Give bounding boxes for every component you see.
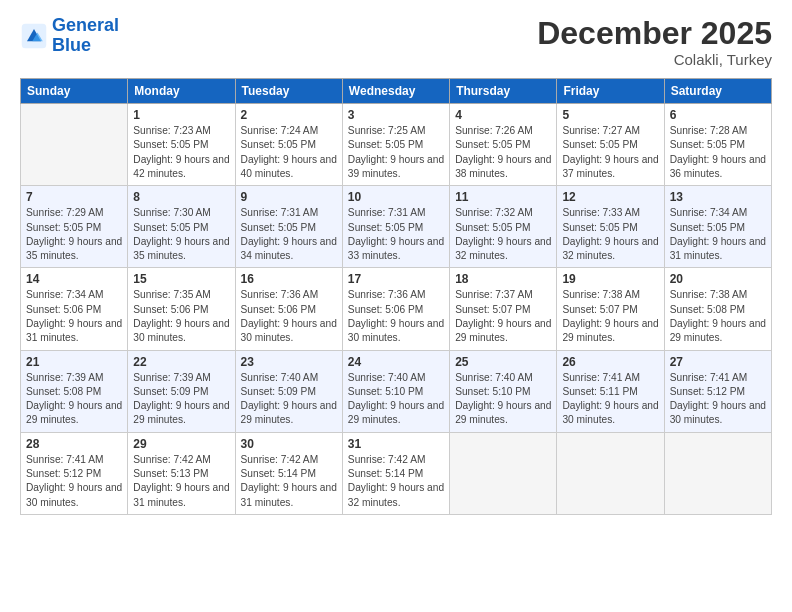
day-number: 12	[562, 190, 658, 204]
day-cell: 11 Sunrise: 7:32 AM Sunset: 5:05 PM Dayl…	[450, 186, 557, 268]
day-cell: 24 Sunrise: 7:40 AM Sunset: 5:10 PM Dayl…	[342, 350, 449, 432]
day-info: Sunrise: 7:29 AM Sunset: 5:05 PM Dayligh…	[26, 206, 122, 263]
day-number: 22	[133, 355, 229, 369]
day-info: Sunrise: 7:41 AM Sunset: 5:11 PM Dayligh…	[562, 371, 658, 428]
day-number: 13	[670, 190, 766, 204]
logo-general: General	[52, 15, 119, 35]
day-info: Sunrise: 7:23 AM Sunset: 5:05 PM Dayligh…	[133, 124, 229, 181]
day-info: Sunrise: 7:34 AM Sunset: 5:06 PM Dayligh…	[26, 288, 122, 345]
logo-icon	[20, 22, 48, 50]
day-info: Sunrise: 7:27 AM Sunset: 5:05 PM Dayligh…	[562, 124, 658, 181]
day-cell: 25 Sunrise: 7:40 AM Sunset: 5:10 PM Dayl…	[450, 350, 557, 432]
title-block: December 2025 Colakli, Turkey	[537, 16, 772, 68]
day-number: 18	[455, 272, 551, 286]
day-info: Sunrise: 7:39 AM Sunset: 5:08 PM Dayligh…	[26, 371, 122, 428]
day-number: 9	[241, 190, 337, 204]
day-cell: 9 Sunrise: 7:31 AM Sunset: 5:05 PM Dayli…	[235, 186, 342, 268]
subtitle: Colakli, Turkey	[537, 51, 772, 68]
day-info: Sunrise: 7:36 AM Sunset: 5:06 PM Dayligh…	[241, 288, 337, 345]
day-info: Sunrise: 7:25 AM Sunset: 5:05 PM Dayligh…	[348, 124, 444, 181]
weekday-header-row: SundayMondayTuesdayWednesdayThursdayFrid…	[21, 79, 772, 104]
day-cell	[21, 104, 128, 186]
day-number: 7	[26, 190, 122, 204]
day-number: 26	[562, 355, 658, 369]
day-cell: 17 Sunrise: 7:36 AM Sunset: 5:06 PM Dayl…	[342, 268, 449, 350]
week-row-4: 21 Sunrise: 7:39 AM Sunset: 5:08 PM Dayl…	[21, 350, 772, 432]
day-cell: 8 Sunrise: 7:30 AM Sunset: 5:05 PM Dayli…	[128, 186, 235, 268]
day-cell: 26 Sunrise: 7:41 AM Sunset: 5:11 PM Dayl…	[557, 350, 664, 432]
day-cell: 18 Sunrise: 7:37 AM Sunset: 5:07 PM Dayl…	[450, 268, 557, 350]
day-number: 4	[455, 108, 551, 122]
day-cell: 22 Sunrise: 7:39 AM Sunset: 5:09 PM Dayl…	[128, 350, 235, 432]
day-info: Sunrise: 7:28 AM Sunset: 5:05 PM Dayligh…	[670, 124, 766, 181]
day-number: 29	[133, 437, 229, 451]
day-number: 31	[348, 437, 444, 451]
day-info: Sunrise: 7:24 AM Sunset: 5:05 PM Dayligh…	[241, 124, 337, 181]
day-cell: 23 Sunrise: 7:40 AM Sunset: 5:09 PM Dayl…	[235, 350, 342, 432]
logo: General Blue	[20, 16, 119, 56]
day-info: Sunrise: 7:42 AM Sunset: 5:14 PM Dayligh…	[348, 453, 444, 510]
header: General Blue December 2025 Colakli, Turk…	[20, 16, 772, 68]
day-cell: 13 Sunrise: 7:34 AM Sunset: 5:05 PM Dayl…	[664, 186, 771, 268]
day-cell	[664, 432, 771, 514]
week-row-2: 7 Sunrise: 7:29 AM Sunset: 5:05 PM Dayli…	[21, 186, 772, 268]
day-cell: 12 Sunrise: 7:33 AM Sunset: 5:05 PM Dayl…	[557, 186, 664, 268]
day-number: 19	[562, 272, 658, 286]
day-number: 28	[26, 437, 122, 451]
day-number: 17	[348, 272, 444, 286]
day-number: 16	[241, 272, 337, 286]
day-info: Sunrise: 7:40 AM Sunset: 5:10 PM Dayligh…	[455, 371, 551, 428]
day-cell: 19 Sunrise: 7:38 AM Sunset: 5:07 PM Dayl…	[557, 268, 664, 350]
day-cell: 30 Sunrise: 7:42 AM Sunset: 5:14 PM Dayl…	[235, 432, 342, 514]
week-row-1: 1 Sunrise: 7:23 AM Sunset: 5:05 PM Dayli…	[21, 104, 772, 186]
calendar-table: SundayMondayTuesdayWednesdayThursdayFrid…	[20, 78, 772, 515]
day-cell	[450, 432, 557, 514]
day-info: Sunrise: 7:34 AM Sunset: 5:05 PM Dayligh…	[670, 206, 766, 263]
day-number: 24	[348, 355, 444, 369]
day-info: Sunrise: 7:41 AM Sunset: 5:12 PM Dayligh…	[26, 453, 122, 510]
day-number: 6	[670, 108, 766, 122]
week-row-3: 14 Sunrise: 7:34 AM Sunset: 5:06 PM Dayl…	[21, 268, 772, 350]
day-info: Sunrise: 7:37 AM Sunset: 5:07 PM Dayligh…	[455, 288, 551, 345]
weekday-header-wednesday: Wednesday	[342, 79, 449, 104]
day-cell: 29 Sunrise: 7:42 AM Sunset: 5:13 PM Dayl…	[128, 432, 235, 514]
day-number: 23	[241, 355, 337, 369]
weekday-header-monday: Monday	[128, 79, 235, 104]
day-info: Sunrise: 7:36 AM Sunset: 5:06 PM Dayligh…	[348, 288, 444, 345]
day-number: 25	[455, 355, 551, 369]
day-number: 5	[562, 108, 658, 122]
day-info: Sunrise: 7:42 AM Sunset: 5:13 PM Dayligh…	[133, 453, 229, 510]
day-info: Sunrise: 7:32 AM Sunset: 5:05 PM Dayligh…	[455, 206, 551, 263]
weekday-header-sunday: Sunday	[21, 79, 128, 104]
day-number: 20	[670, 272, 766, 286]
day-info: Sunrise: 7:41 AM Sunset: 5:12 PM Dayligh…	[670, 371, 766, 428]
logo-text: General Blue	[52, 16, 119, 56]
day-cell: 5 Sunrise: 7:27 AM Sunset: 5:05 PM Dayli…	[557, 104, 664, 186]
day-cell: 15 Sunrise: 7:35 AM Sunset: 5:06 PM Dayl…	[128, 268, 235, 350]
weekday-header-thursday: Thursday	[450, 79, 557, 104]
day-cell: 31 Sunrise: 7:42 AM Sunset: 5:14 PM Dayl…	[342, 432, 449, 514]
day-info: Sunrise: 7:42 AM Sunset: 5:14 PM Dayligh…	[241, 453, 337, 510]
day-cell: 7 Sunrise: 7:29 AM Sunset: 5:05 PM Dayli…	[21, 186, 128, 268]
day-info: Sunrise: 7:39 AM Sunset: 5:09 PM Dayligh…	[133, 371, 229, 428]
day-cell: 28 Sunrise: 7:41 AM Sunset: 5:12 PM Dayl…	[21, 432, 128, 514]
day-number: 15	[133, 272, 229, 286]
day-cell: 21 Sunrise: 7:39 AM Sunset: 5:08 PM Dayl…	[21, 350, 128, 432]
day-cell: 4 Sunrise: 7:26 AM Sunset: 5:05 PM Dayli…	[450, 104, 557, 186]
weekday-header-friday: Friday	[557, 79, 664, 104]
day-cell: 10 Sunrise: 7:31 AM Sunset: 5:05 PM Dayl…	[342, 186, 449, 268]
day-number: 3	[348, 108, 444, 122]
day-number: 11	[455, 190, 551, 204]
weekday-header-saturday: Saturday	[664, 79, 771, 104]
day-number: 27	[670, 355, 766, 369]
day-cell: 3 Sunrise: 7:25 AM Sunset: 5:05 PM Dayli…	[342, 104, 449, 186]
day-number: 21	[26, 355, 122, 369]
day-info: Sunrise: 7:35 AM Sunset: 5:06 PM Dayligh…	[133, 288, 229, 345]
day-cell	[557, 432, 664, 514]
day-number: 30	[241, 437, 337, 451]
page: General Blue December 2025 Colakli, Turk…	[0, 0, 792, 612]
day-info: Sunrise: 7:40 AM Sunset: 5:09 PM Dayligh…	[241, 371, 337, 428]
day-number: 2	[241, 108, 337, 122]
day-number: 8	[133, 190, 229, 204]
day-cell: 2 Sunrise: 7:24 AM Sunset: 5:05 PM Dayli…	[235, 104, 342, 186]
